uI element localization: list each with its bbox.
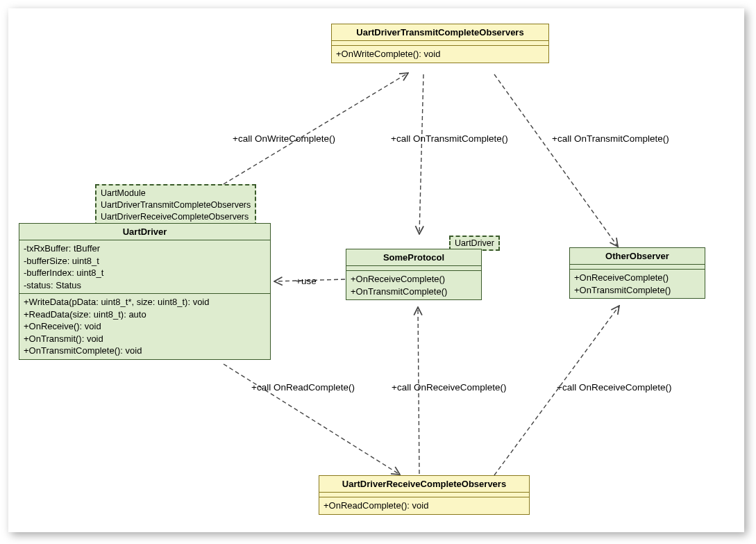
method-row: +OnReadComplete(): void [324,500,525,512]
class-uart-receive-observers: UartDriverReceiveCompleteObservers +OnRe… [319,475,530,515]
class-uart-transmit-observers: UartDriverTransmitCompleteObservers +OnW… [331,24,549,63]
class-uart-driver: UartDriver -txRxBuffer: tBuffer -bufferS… [19,223,271,360]
edge-driver-to-transmit [224,73,408,184]
edge-label: +call OnReadComplete() [251,382,355,393]
class-empty-section [332,41,548,46]
class-operations: +OnReceiveComplete() +OnTransmitComplete… [570,270,705,298]
class-methods: +OnWriteComplete(): void [332,46,548,63]
template-param: UartDriverReceiveCompleteObservers [101,211,251,223]
diagram-canvas: UartDriverTransmitCompleteObservers +OnW… [8,8,744,532]
class-attributes: -txRxBuffer: tBuffer -bufferSize: uint8_… [19,240,270,294]
op-row: +OnTransmitComplete() [574,284,700,297]
op-row: +WriteData(pData: uint8_t*, size: uint8_… [24,296,266,308]
op-row: +OnTransmit(): void [24,333,266,345]
template-param: UartDriver [455,238,494,248]
attr-row: -status: Status [24,279,266,292]
op-row: +OnReceive(): void [24,320,266,333]
edge-label: +call OnReceiveComplete() [392,382,506,393]
edge-label: +use [296,276,317,286]
method-row: +OnWriteComplete(): void [336,48,544,60]
class-empty-section [570,265,705,270]
op-row: +OnReceiveComplete() [574,272,700,284]
class-some-protocol: SomeProtocol +OnReceiveComplete() +OnTra… [346,249,482,300]
edge-label: +call OnWriteComplete() [233,133,335,144]
class-operations: +OnReceiveComplete() +OnTransmitComplete… [346,271,481,299]
class-empty-section [319,493,529,497]
attr-row: -txRxBuffer: tBuffer [24,242,266,255]
edge-label: +call OnReceiveComplete() [557,382,671,393]
template-param: UartDriverTransmitCompleteObservers [101,199,251,211]
edge-label: +call OnTransmitComplete() [552,133,669,144]
class-methods: +OnReadComplete(): void [319,497,529,514]
class-operations: +WriteData(pData: uint8_t*, size: uint8_… [19,294,270,359]
attr-row: -bufferIndex: uint8_t [24,267,266,279]
class-title: UartDriverReceiveCompleteObservers [319,476,529,493]
class-other-observer: OtherObserver +OnReceiveComplete() +OnTr… [569,247,705,299]
attr-row: -bufferSize: uint8_t [24,255,266,267]
edge-transmit-to-otherobserver [494,74,618,247]
class-title: SomeProtocol [346,249,481,266]
class-title: OtherObserver [570,248,705,265]
edge-driver-to-receive [224,364,400,475]
class-title: UartDriverTransmitCompleteObservers [332,24,548,41]
edge-label: +call OnTransmitComplete() [391,133,508,144]
class-title: UartDriver [19,224,270,240]
edge-transmit-to-someprotocol [419,74,423,234]
op-row: +OnReceiveComplete() [351,273,477,286]
op-row: +ReadData(size: uint8_t): auto [24,308,266,321]
op-row: +OnTransmitComplete(): void [24,345,266,357]
op-row: +OnTransmitComplete() [351,286,477,298]
template-params-uartdriver: UartModule UartDriverTransmitCompleteObs… [95,184,256,226]
class-empty-section [346,266,481,271]
template-param: UartModule [101,188,251,199]
